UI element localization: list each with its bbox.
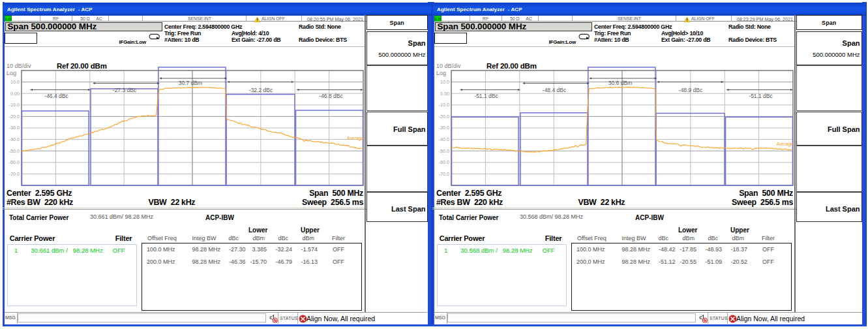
svg-text:-60.0: -60.0	[9, 159, 20, 165]
svg-text:-40.0: -40.0	[9, 136, 20, 142]
svg-text:-10.0: -10.0	[9, 102, 20, 108]
svg-text:-50.0: -50.0	[439, 148, 449, 154]
svg-text:-10.0: -10.0	[439, 102, 449, 108]
svg-text:-51.1 dBc: -51.1 dBc	[749, 93, 773, 99]
svg-text:0.00: 0.00	[440, 91, 449, 97]
svg-text:-70.0: -70.0	[9, 171, 20, 177]
svg-text:Average: Average	[777, 142, 793, 147]
svg-text:-20.0: -20.0	[9, 114, 20, 119]
svg-text:Average: Average	[347, 136, 363, 141]
svg-text:10.0: 10.0	[10, 79, 20, 85]
svg-text:-30.0: -30.0	[9, 125, 20, 131]
svg-text:-50.0: -50.0	[9, 148, 20, 154]
svg-text:-32.2 dBc: -32.2 dBc	[249, 87, 273, 93]
svg-text:-60.0: -60.0	[439, 159, 449, 165]
svg-text:30.7 dBm: 30.7 dBm	[179, 80, 202, 86]
svg-text:10.0: 10.0	[440, 79, 449, 85]
svg-text:30.6 dBm: 30.6 dBm	[608, 80, 632, 86]
svg-text:-27.3 dBc: -27.3 dBc	[113, 87, 137, 93]
svg-text:-70.0: -70.0	[439, 171, 449, 177]
svg-text:-30.0: -30.0	[439, 125, 449, 131]
svg-text:0.00: 0.00	[10, 91, 20, 97]
svg-text:-48.9 dBc: -48.9 dBc	[679, 87, 703, 93]
svg-text:-40.0: -40.0	[439, 136, 449, 142]
svg-text:-48.4 dBc: -48.4 dBc	[543, 87, 567, 93]
svg-text:-46.8 dBc: -46.8 dBc	[319, 93, 343, 99]
svg-text:-46.4 dBc: -46.4 dBc	[44, 93, 68, 99]
svg-text:-20.0: -20.0	[439, 114, 449, 119]
svg-text:-51.1 dBc: -51.1 dBc	[474, 93, 498, 99]
